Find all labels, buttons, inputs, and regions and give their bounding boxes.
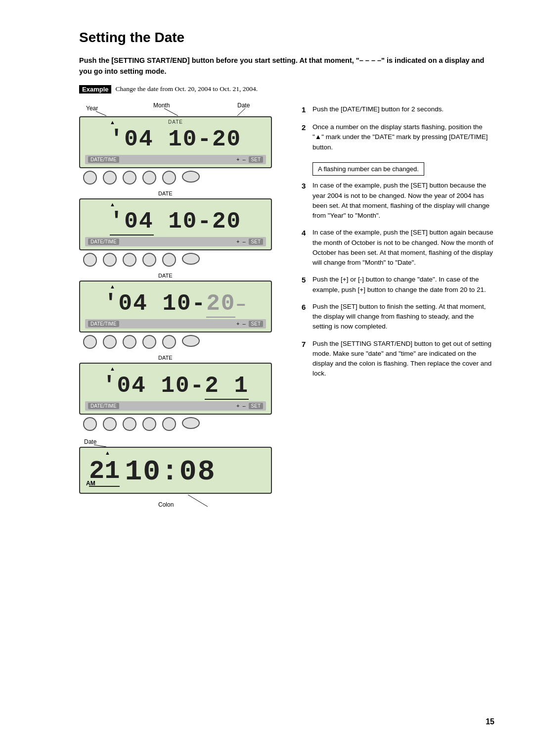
month-seg-3: 10 (162, 291, 191, 317)
step-num-4: 4 (302, 228, 311, 239)
step-num-2: 2 (302, 122, 311, 134)
svg-line-2 (237, 108, 245, 116)
step-2: 2 Once a number on the display starts fl… (302, 122, 494, 152)
set-btn-4[interactable]: SET (249, 403, 263, 409)
datetime-btn-2[interactable]: DATE/TIME (88, 238, 119, 245)
svg-line-1 (164, 108, 178, 116)
clock-wrapper: Date ▲ 21 10:08 AM Colon (79, 436, 287, 509)
step-5: 5 Push the [+] or [-] button to change "… (302, 275, 494, 295)
circle-1e (162, 171, 176, 185)
set-btn-3[interactable]: SET (249, 321, 263, 327)
connector-row-1: Year Month Date (79, 102, 272, 116)
connector-svg-1: Year Month Date (79, 102, 272, 116)
circle-3a (83, 335, 97, 349)
month-label: Month (153, 102, 170, 109)
date-top-label: Date (237, 102, 250, 109)
colon-connector-wrapper: Colon (79, 494, 272, 509)
day-seg-4: 2 1 (205, 373, 249, 400)
year-seg-2: '04 (110, 209, 154, 236)
plus-label-1[interactable]: + (236, 156, 239, 162)
circles-row-2 (83, 253, 287, 267)
month-day-seg-2: 10-20 (168, 209, 241, 235)
circle-4c (123, 417, 136, 431)
plus-label-3[interactable]: + (236, 321, 239, 327)
minus-label-3[interactable]: – (242, 321, 245, 327)
clock-panel: ▲ 21 10:08 AM (79, 447, 272, 494)
svg-line-4 (188, 495, 208, 507)
datetime-btn-1[interactable]: DATE/TIME (88, 156, 119, 163)
circle-4a (83, 417, 97, 431)
circle-2e (162, 253, 176, 267)
spacer-2: DATE (79, 189, 287, 198)
lcd-text-2: '04 10-20 (85, 203, 266, 235)
example-line: Example Change the date from Oct. 20, 20… (79, 85, 494, 94)
date-label-clock: Date (84, 438, 97, 445)
clock-display-row: 21 10:08 (85, 452, 266, 490)
dash-seg-3: - (192, 291, 207, 317)
steps-area: 1 Push the [DATE/TIME] button for 2 seco… (302, 104, 494, 379)
step-3: 3 In case of the example, push the [SET]… (302, 181, 494, 221)
triangle-2: ▲ (110, 201, 115, 207)
date-label-4: DATE (158, 355, 173, 361)
year-seg-1: '04 (110, 127, 154, 152)
circles-row-4 (83, 417, 287, 431)
circle-3b (103, 335, 117, 349)
am-label: AM (86, 480, 95, 487)
circles-row-1 (83, 171, 287, 185)
step-num-3: 3 (302, 181, 311, 192)
colon-connector-svg: Colon (79, 494, 272, 509)
triangle-1: ▲ (110, 119, 115, 125)
day-seg-3: 20 (206, 291, 235, 318)
minus-label-1[interactable]: – (242, 156, 245, 162)
circle-1a (83, 171, 97, 185)
spacer-3: DATE (79, 272, 287, 281)
clock-time: 10:08 (125, 456, 216, 488)
circle-1d (142, 171, 156, 185)
set-btn-2[interactable]: SET (249, 238, 263, 245)
circle-2d (142, 253, 156, 267)
bottom-bar-1: DATE/TIME + – SET (85, 155, 266, 164)
minus-label-4[interactable]: – (242, 403, 245, 409)
lcd-text-4: '04 10-2 1 (85, 368, 266, 399)
year-seg-4: '04 (102, 373, 146, 399)
display-1-wrapper: Year Month Date DATE ▲ '04 10-20 (79, 102, 287, 185)
colon-label-svg: Colon (158, 501, 174, 508)
circle-3d (142, 335, 156, 349)
datetime-btn-3[interactable]: DATE/TIME (88, 321, 119, 327)
month-day-seg-1: 10-20 (168, 127, 241, 152)
circle-4b (103, 417, 117, 431)
date-label-2: DATE (158, 190, 173, 196)
lcd-text-1: '04 10-20 (85, 121, 266, 153)
step-num-1: 1 (302, 104, 311, 116)
spacer-4: DATE (79, 354, 287, 363)
circle-3f (182, 335, 200, 347)
datetime-btn-4[interactable]: DATE/TIME (88, 403, 119, 409)
svg-line-0 (96, 111, 106, 116)
step-text-3: In case of the example, push the [SET] b… (312, 181, 494, 221)
circle-2c (123, 253, 136, 267)
step-num-5: 5 (302, 275, 311, 286)
circle-4f (182, 417, 200, 429)
minus-label-2[interactable]: – (242, 238, 245, 244)
intro-text: Push the [SETTING START/END] button befo… (79, 55, 494, 77)
date-connector-svg: Date (79, 436, 272, 447)
clock-triangle: ▲ (105, 450, 110, 456)
year-label: Year (86, 105, 98, 112)
triangle-3: ▲ (110, 284, 115, 289)
plus-label-2[interactable]: + (236, 238, 239, 244)
circle-2f (182, 253, 200, 265)
step-1: 1 Push the [DATE/TIME] button for 2 seco… (302, 104, 494, 116)
set-btn-1[interactable]: SET (249, 156, 263, 163)
plus-label-4[interactable]: + (236, 403, 239, 409)
lcd-panel-4: ▲ '04 10-2 1 DATE/TIME + – SET (79, 363, 272, 415)
date-connector-wrapper: Date (79, 436, 272, 447)
bottom-bar-2: DATE/TIME + – SET (85, 237, 266, 246)
display-4-wrapper: DATE ▲ '04 10-2 1 DATE/TIME + – SET (79, 354, 287, 431)
circle-4d (142, 417, 156, 431)
circle-3c (123, 335, 136, 349)
step-num-7: 7 (302, 339, 311, 350)
step-6: 6 Push the [SET] button to finish the se… (302, 302, 494, 332)
step-text-7: Push the [SETTING START/END] button to g… (312, 339, 494, 379)
main-layout: Year Month Date DATE ▲ '04 10-20 (79, 102, 494, 514)
step-text-1: Push the [DATE/TIME] button for 2 second… (312, 104, 494, 114)
